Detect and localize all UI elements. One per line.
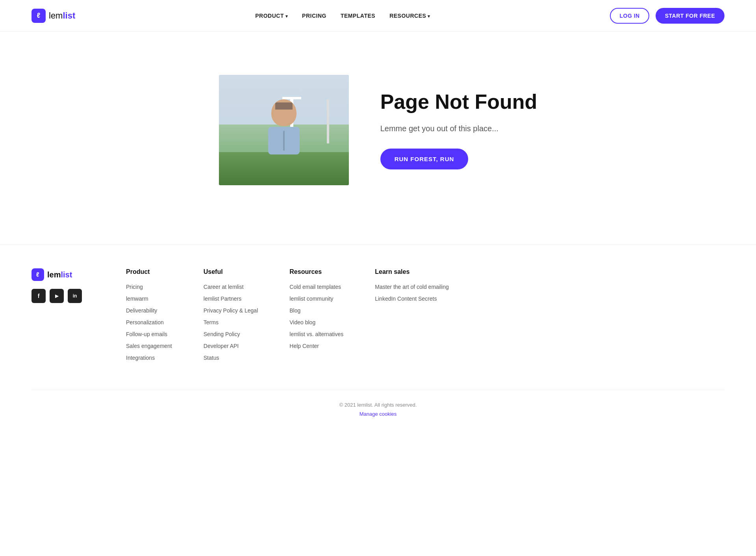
footer-link-developer-api[interactable]: Developer API — [204, 343, 239, 349]
footer-brand: ℓ lemlist f ▶ in — [32, 268, 94, 366]
run-button[interactable]: RUN FOREST, RUN — [380, 149, 469, 169]
hero-image — [219, 75, 349, 185]
footer-link-lemwarm[interactable]: lemwarm — [126, 296, 148, 302]
footer-link-cold-email-templates[interactable]: Cold email templates — [289, 284, 341, 290]
logo-icon: ℓ — [32, 9, 46, 23]
nav-pricing[interactable]: PRICING — [302, 13, 326, 19]
footer-bottom: © 2021 lemlist. All rights reserved. Man… — [32, 390, 724, 417]
footer-col-product-heading: Product — [126, 268, 172, 275]
footer-link-help-center[interactable]: Help Center — [289, 343, 319, 349]
copyright-text: © 2021 lemlist. All rights reserved. — [32, 402, 724, 408]
logo-text: lemlist — [49, 11, 75, 21]
nav-templates[interactable]: TEMPLATES — [341, 13, 375, 19]
login-button[interactable]: LOG IN — [610, 8, 649, 24]
social-icons: f ▶ in — [32, 289, 94, 303]
footer-col-learn-sales: Learn sales Master the art of cold email… — [375, 268, 449, 366]
nav-product[interactable]: PRODUCT — [255, 13, 288, 19]
footer-link-terms[interactable]: Terms — [204, 319, 219, 325]
nav-links: PRODUCT PRICING TEMPLATES RESOURCES — [255, 13, 430, 19]
hero-content: Page Not Found Lemme get you out of this… — [380, 91, 537, 169]
footer-col-resources-heading: Resources — [289, 268, 343, 275]
start-button[interactable]: START FOR FREE — [656, 8, 724, 24]
linkedin-icon[interactable]: in — [68, 289, 82, 303]
footer-logo: ℓ lemlist — [32, 268, 94, 281]
footer-link-privacy[interactable]: Privacy Policy & Legal — [204, 307, 258, 314]
logo[interactable]: ℓ lemlist — [32, 9, 75, 23]
footer-link-blog[interactable]: Blog — [289, 307, 300, 314]
footer-logo-icon: ℓ — [32, 268, 44, 281]
footer-link-pricing[interactable]: Pricing — [126, 284, 143, 290]
navigation: ℓ lemlist PRODUCT PRICING TEMPLATES RESO… — [0, 0, 756, 32]
footer-link-linkedin-secrets[interactable]: LinkedIn Content Secrets — [375, 296, 437, 302]
footer-link-sales-engagement[interactable]: Sales engagement — [126, 343, 172, 349]
footer-col-useful-heading: Useful — [204, 268, 258, 275]
footer-link-community[interactable]: lemlist community — [289, 296, 333, 302]
manage-cookies-link[interactable]: Manage cookies — [359, 411, 397, 417]
footer-link-partners[interactable]: lemlist Partners — [204, 296, 241, 302]
footer-link-deliverability[interactable]: Deliverability — [126, 307, 157, 314]
nav-actions: LOG IN START FOR FREE — [610, 8, 724, 24]
footer-logo-text: lemlist — [47, 270, 72, 279]
footer-link-sending-policy[interactable]: Sending Policy — [204, 331, 240, 337]
footer-link-career[interactable]: Career at lemlist — [204, 284, 244, 290]
footer-link-integrations[interactable]: Integrations — [126, 355, 155, 361]
footer-col-product: Product Pricing lemwarm Deliverability P… — [126, 268, 172, 366]
facebook-icon[interactable]: f — [32, 289, 46, 303]
footer-link-video-blog[interactable]: Video blog — [289, 319, 315, 325]
hero-subtitle: Lemme get you out of this place... — [380, 123, 537, 134]
youtube-icon[interactable]: ▶ — [50, 289, 64, 303]
footer: ℓ lemlist f ▶ in Product Pricing lemwarm… — [0, 244, 756, 433]
footer-col-useful: Useful Career at lemlist lemlist Partner… — [204, 268, 258, 366]
footer-link-alternatives[interactable]: lemlist vs. alternatives — [289, 331, 343, 337]
nav-resources[interactable]: RESOURCES — [389, 13, 430, 19]
footer-link-master-cold-email[interactable]: Master the art of cold emailing — [375, 284, 449, 290]
footer-columns: Product Pricing lemwarm Deliverability P… — [126, 268, 724, 366]
footer-col-learn-heading: Learn sales — [375, 268, 449, 275]
footer-link-status[interactable]: Status — [204, 355, 219, 361]
footer-link-followup[interactable]: Follow-up emails — [126, 331, 167, 337]
hero-section: Page Not Found Lemme get you out of this… — [0, 32, 756, 244]
footer-col-resources: Resources Cold email templates lemlist c… — [289, 268, 343, 366]
page-title: Page Not Found — [380, 91, 537, 113]
footer-link-personalization[interactable]: Personalization — [126, 319, 164, 325]
